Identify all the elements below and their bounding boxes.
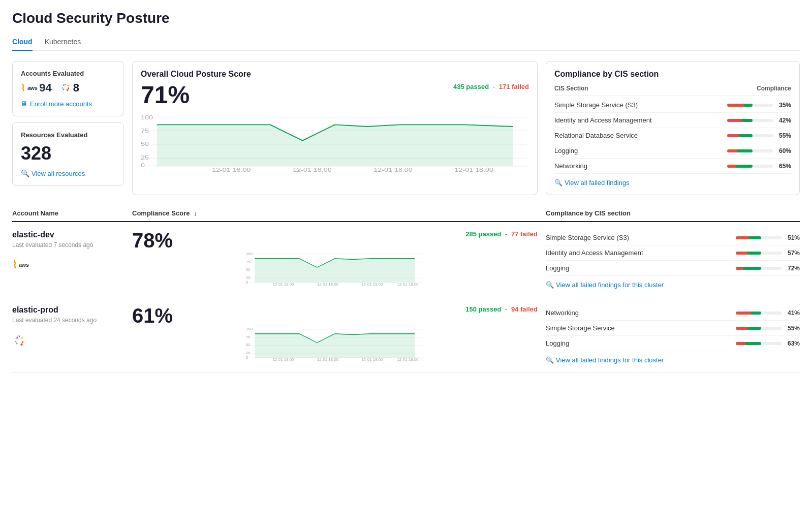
account-score: 61% xyxy=(132,305,173,326)
svg-text:100: 100 xyxy=(246,252,253,256)
account-chart: 100 75 50 25 0 12-01 18:00 12-01 18:00 1… xyxy=(132,251,538,286)
view-findings-cluster-link[interactable]: 🔍 View all failed findings for this clus… xyxy=(546,281,800,289)
svg-text:50: 50 xyxy=(246,343,251,347)
posture-pass-fail: 435 passed - 171 failed xyxy=(453,83,529,90)
aws-icon: ⌇ xyxy=(21,82,25,94)
svg-text:25: 25 xyxy=(246,275,251,280)
account-pass-fail: 285 passed - 77 failed xyxy=(465,230,538,238)
svg-text:12-01 18:00: 12-01 18:00 xyxy=(362,282,384,286)
posture-score: 71% xyxy=(141,83,190,107)
account-row-elastic-prod: elastic-prod Last evaluated 24 seconds a… xyxy=(12,297,800,372)
gcp-count: 8 xyxy=(73,81,79,95)
accounts-table: elastic-dev Last evaluated 7 seconds ago… xyxy=(12,222,800,372)
resources-evaluated-card: Resources Evaluated 328 🔍 View all resou… xyxy=(12,122,124,186)
gcp-icon xyxy=(60,82,71,95)
account-time: Last evaluated 7 seconds ago xyxy=(12,241,124,249)
svg-marker-42 xyxy=(255,334,415,358)
svg-text:0: 0 xyxy=(246,355,248,360)
view-all-resources-link[interactable]: 🔍 View all resources xyxy=(21,169,115,177)
page-title: Cloud Security Posture xyxy=(12,10,800,26)
compliance-row: Simple Storage Service 55% xyxy=(546,321,800,336)
svg-marker-11 xyxy=(157,125,513,166)
compliance-row: Networking 65% xyxy=(554,159,791,174)
compliance-row: Relational Database Service 55% xyxy=(554,128,791,143)
svg-text:75: 75 xyxy=(246,335,251,339)
svg-text:0: 0 xyxy=(141,163,145,169)
account-info: elastic-prod Last evaluated 24 seconds a… xyxy=(12,305,124,350)
header-compliance-score: Compliance Score ↓ xyxy=(132,209,538,217)
compliance-row: Logging 63% xyxy=(546,336,800,351)
compliance-cis-title: Compliance by CIS section xyxy=(554,70,791,79)
account-info: elastic-dev Last evaluated 7 seconds ago… xyxy=(12,230,124,271)
account-score-section: 78% 285 passed - 77 failed 100 75 50 xyxy=(132,230,538,288)
compliance-row: Logging 72% xyxy=(546,261,800,276)
posture-score-row: 71% 435 passed - 171 failed xyxy=(141,83,529,107)
svg-text:100: 100 xyxy=(246,327,253,331)
aws-count: 94 xyxy=(39,81,51,95)
search-icon-findings: 🔍 xyxy=(554,179,563,187)
top-cards-section: Accounts Evaluated ⌇ aws 94 xyxy=(12,61,800,195)
svg-text:25: 25 xyxy=(141,154,149,161)
svg-text:12-01 18:00: 12-01 18:00 xyxy=(317,282,339,286)
overall-chart: 100 75 50 25 0 12-01 18:00 12-01 18:00 1… xyxy=(141,111,529,172)
posture-title: Overall Cloud Posture Score xyxy=(141,70,529,79)
resources-evaluated-title: Resources Evaluated xyxy=(21,131,115,139)
account-row-elastic-dev: elastic-dev Last evaluated 7 seconds ago… xyxy=(12,222,800,297)
svg-text:12-01 18:00: 12-01 18:00 xyxy=(273,282,295,286)
svg-text:0: 0 xyxy=(246,280,248,285)
svg-text:12-01 18:00: 12-01 18:00 xyxy=(362,357,384,361)
account-pass-fail: 150 passed - 94 failed xyxy=(465,305,538,313)
aws-logo: ⌇ aws 94 xyxy=(21,81,52,95)
accounts-evaluated-title: Accounts Evaluated xyxy=(21,70,115,77)
accounts-evaluated-card: Accounts Evaluated ⌇ aws 94 xyxy=(12,61,124,116)
compliance-cis-header: CIS Section Compliance xyxy=(554,85,791,96)
svg-text:12-01 18:00: 12-01 18:00 xyxy=(293,167,331,172)
account-compliance: Networking 41% Simple Storage Service 55… xyxy=(546,305,800,364)
svg-text:12-01 18:00: 12-01 18:00 xyxy=(212,167,251,172)
view-all-findings-link[interactable]: 🔍 View all failed findings xyxy=(554,179,791,187)
compliance-row: Logging 60% xyxy=(554,143,791,159)
enroll-more-link[interactable]: 🖥 Enroll more accounts xyxy=(21,100,115,108)
svg-text:12-01 18:00: 12-01 18:00 xyxy=(397,282,419,286)
search-icon-cluster: 🔍 xyxy=(546,356,554,364)
account-chart: 100 75 50 25 0 12-01 18:00 12-01 18:00 1… xyxy=(132,326,538,361)
view-findings-cluster-link[interactable]: 🔍 View all failed findings for this clus… xyxy=(546,356,800,364)
tab-kubernetes[interactable]: Kubernetes xyxy=(45,34,81,50)
svg-text:12-01 18:00: 12-01 18:00 xyxy=(317,357,339,361)
compliance-row: Identity and Access Management 42% xyxy=(554,113,791,128)
header-account-name: Account Name xyxy=(12,209,124,217)
passed-count: 435 xyxy=(453,83,464,90)
compliance-cis-card: Compliance by CIS section CIS Section Co… xyxy=(546,61,800,195)
account-name: elastic-prod xyxy=(12,305,124,315)
sort-icon: ↓ xyxy=(194,209,197,217)
resources-count: 328 xyxy=(21,143,115,164)
enroll-icon: 🖥 xyxy=(21,100,28,108)
compliance-row: Simple Storage Service (S3) 35% xyxy=(554,98,791,113)
tab-bar: Cloud Kubernetes xyxy=(12,34,800,51)
svg-text:75: 75 xyxy=(246,260,251,264)
svg-text:75: 75 xyxy=(141,128,149,134)
posture-score-card: Overall Cloud Posture Score 71% 435 pass… xyxy=(132,61,538,195)
svg-marker-26 xyxy=(255,259,415,283)
svg-text:12-01 18:00: 12-01 18:00 xyxy=(397,357,419,361)
svg-text:50: 50 xyxy=(246,267,251,272)
gcp-logo-account xyxy=(12,334,124,350)
svg-point-0 xyxy=(64,86,67,89)
accounts-table-header: Account Name Compliance Score ↓ Complian… xyxy=(12,205,800,222)
search-icon-cluster: 🔍 xyxy=(546,281,554,289)
failed-count: 171 xyxy=(499,83,510,90)
gcp-logo: 8 xyxy=(60,81,79,95)
svg-text:50: 50 xyxy=(141,141,149,147)
compliance-row: Simple Storage Service (S3) 51% xyxy=(546,230,800,245)
compliance-row: Identity and Access Management 57% xyxy=(546,245,800,261)
tab-cloud[interactable]: Cloud xyxy=(12,34,33,50)
aws-logo-account: ⌇ aws xyxy=(12,259,124,271)
svg-point-31 xyxy=(17,339,21,343)
svg-text:25: 25 xyxy=(246,351,251,355)
svg-text:12-01 18:00: 12-01 18:00 xyxy=(373,167,412,172)
svg-text:12-01 18:00: 12-01 18:00 xyxy=(273,357,295,361)
svg-text:12-01 18:00: 12-01 18:00 xyxy=(455,167,493,172)
header-compliance-cis: Compliance by CIS section xyxy=(546,209,800,217)
account-score-section: 61% 150 passed - 94 failed 100 75 50 xyxy=(132,305,538,363)
accounts-logos-row: ⌇ aws 94 xyxy=(21,81,115,95)
